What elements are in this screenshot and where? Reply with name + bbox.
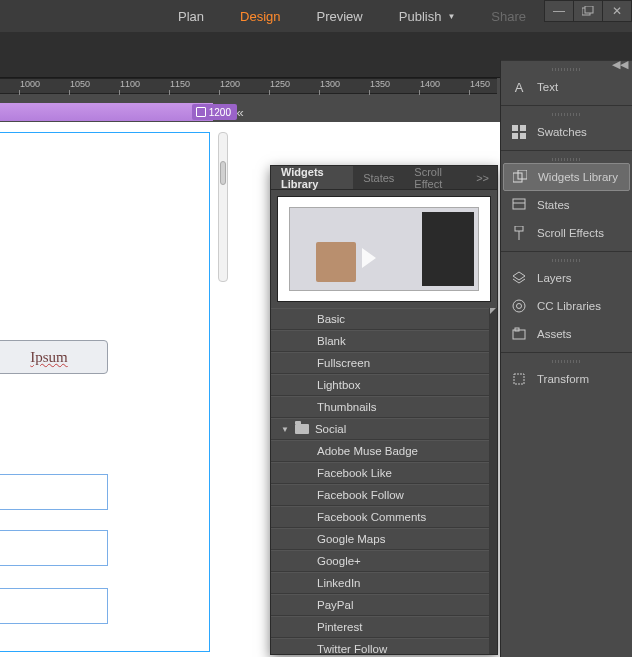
- scrollbar-thumb[interactable]: [220, 161, 226, 185]
- svg-rect-2: [512, 125, 518, 131]
- widgets-panel-tabs: Widgets Library States Scroll Effect >>: [271, 166, 497, 190]
- play-icon: [362, 248, 376, 268]
- widgets-library-panel: Widgets Library States Scroll Effect >> …: [270, 165, 498, 655]
- panel-grip-icon[interactable]: [501, 357, 632, 365]
- panel-grip-icon[interactable]: [501, 256, 632, 264]
- dock-label: Widgets Library: [538, 171, 618, 183]
- states-icon: [511, 197, 527, 213]
- widget-item-fullscreen[interactable]: Fullscreen: [271, 352, 497, 374]
- horizontal-ruler[interactable]: 1000 1050 1100 1150 1200 1250 1300 1350 …: [0, 78, 497, 94]
- widget-item-facebook-like[interactable]: Facebook Like: [271, 462, 497, 484]
- ruler-tick: 1450: [470, 79, 490, 89]
- widget-item-linkedin[interactable]: LinkedIn: [271, 572, 497, 594]
- panel-expand-button[interactable]: >>: [468, 166, 497, 189]
- cc-libraries-icon: [511, 298, 527, 314]
- widgets-list: Basic Blank Fullscreen Lightbox Thumbnai…: [271, 308, 497, 654]
- menu-publish-label: Publish: [399, 9, 442, 24]
- window-controls: — ✕: [545, 0, 632, 22]
- assets-icon: [511, 326, 527, 342]
- svg-rect-8: [513, 199, 525, 209]
- chevron-down-icon: ▼: [447, 12, 455, 21]
- layers-icon: [511, 270, 527, 286]
- svg-rect-3: [520, 125, 526, 131]
- page-frame[interactable]: [0, 132, 210, 652]
- ruler-tick: 1300: [320, 79, 340, 89]
- widget-folder-social[interactable]: ▼ Social: [271, 418, 497, 440]
- ruler-tick: 1400: [420, 79, 440, 89]
- widget-item-paypal[interactable]: PayPal: [271, 594, 497, 616]
- dock-item-scroll-effects[interactable]: Scroll Effects: [501, 219, 632, 247]
- menu-share: Share: [473, 1, 544, 32]
- dock-label: Layers: [537, 272, 572, 284]
- dock-item-cc-libraries[interactable]: CC Libraries: [501, 292, 632, 320]
- widget-item-google-plus[interactable]: Google+: [271, 550, 497, 572]
- form-field-2[interactable]: [0, 530, 108, 566]
- minimize-button[interactable]: —: [544, 0, 574, 22]
- text-icon: A: [511, 79, 527, 95]
- maximize-icon: [582, 6, 594, 16]
- widget-item-blank[interactable]: Blank: [271, 330, 497, 352]
- dock-collapse-icon[interactable]: ◀◀: [612, 58, 628, 71]
- widget-item-google-maps[interactable]: Google Maps: [271, 528, 497, 550]
- widget-item-thumbnails[interactable]: Thumbnails: [271, 396, 497, 418]
- svg-point-13: [517, 304, 522, 309]
- text-box-lorem[interactable]: Ipsum: [0, 340, 108, 374]
- dock-item-layers[interactable]: Layers: [501, 264, 632, 292]
- options-bar-right: [500, 32, 632, 60]
- widget-item-lightbox[interactable]: Lightbox: [271, 374, 497, 396]
- form-field-1[interactable]: [0, 474, 108, 510]
- widget-item-adobe-muse-badge[interactable]: Adobe Muse Badge: [271, 440, 497, 462]
- svg-point-12: [513, 300, 525, 312]
- dock-label: Scroll Effects: [537, 227, 604, 239]
- folder-label: Social: [315, 423, 346, 435]
- widget-item-basic[interactable]: Basic: [271, 308, 497, 330]
- widget-item-twitter-follow[interactable]: Twitter Follow: [271, 638, 497, 654]
- widget-item-pinterest[interactable]: Pinterest: [271, 616, 497, 638]
- widget-item-facebook-follow[interactable]: Facebook Follow: [271, 484, 497, 506]
- widget-item-facebook-comments[interactable]: Facebook Comments: [271, 506, 497, 528]
- ruler-tick: 1350: [370, 79, 390, 89]
- ruler-tick: 1000: [20, 79, 40, 89]
- dock-item-assets[interactable]: Assets: [501, 320, 632, 348]
- lorem-text: Ipsum: [30, 349, 68, 366]
- breakpoint-value: 1200: [209, 107, 231, 118]
- dock-label: Text: [537, 81, 558, 93]
- scroll-effects-icon: [511, 225, 527, 241]
- dock-item-states[interactable]: States: [501, 191, 632, 219]
- menu-preview[interactable]: Preview: [299, 1, 381, 32]
- dock-item-transform[interactable]: Transform: [501, 365, 632, 393]
- dock-item-widgets-library[interactable]: Widgets Library: [503, 163, 630, 191]
- panel-grip-icon[interactable]: [501, 155, 632, 163]
- dock-item-swatches[interactable]: Swatches: [501, 118, 632, 146]
- transform-icon: [511, 371, 527, 387]
- svg-rect-10: [515, 226, 523, 231]
- ruler-tick: 1050: [70, 79, 90, 89]
- ruler-tick: 1100: [120, 79, 140, 89]
- breakpoint-guide[interactable]: 1200: [0, 103, 213, 121]
- maximize-button[interactable]: [573, 0, 603, 22]
- widget-preview-thumbnail: [277, 196, 491, 302]
- options-bar: [0, 32, 500, 78]
- tab-states[interactable]: States: [353, 166, 404, 189]
- tab-scroll-effect[interactable]: Scroll Effect: [404, 166, 468, 189]
- svg-rect-16: [514, 374, 524, 384]
- collapse-chevron-icon[interactable]: «: [230, 103, 250, 121]
- widgets-list-scrollbar[interactable]: [489, 308, 497, 654]
- dock-label: CC Libraries: [537, 300, 601, 312]
- menu-plan[interactable]: Plan: [160, 1, 222, 32]
- scroll-up-icon[interactable]: [490, 308, 496, 314]
- close-button[interactable]: ✕: [602, 0, 632, 22]
- ruler-tick: 1150: [170, 79, 190, 89]
- menu-publish[interactable]: Publish ▼: [381, 1, 474, 32]
- dock-label: Assets: [537, 328, 572, 340]
- menu-design[interactable]: Design: [222, 1, 298, 32]
- page-scrollbar[interactable]: [218, 132, 228, 282]
- folder-icon: [295, 424, 309, 434]
- swatches-icon: [511, 124, 527, 140]
- form-field-3[interactable]: [0, 588, 108, 624]
- dock-label: States: [537, 199, 570, 211]
- dock-item-text[interactable]: A Text: [501, 73, 632, 101]
- panel-grip-icon[interactable]: [501, 110, 632, 118]
- dock-label: Swatches: [537, 126, 587, 138]
- tab-widgets-library[interactable]: Widgets Library: [271, 166, 353, 189]
